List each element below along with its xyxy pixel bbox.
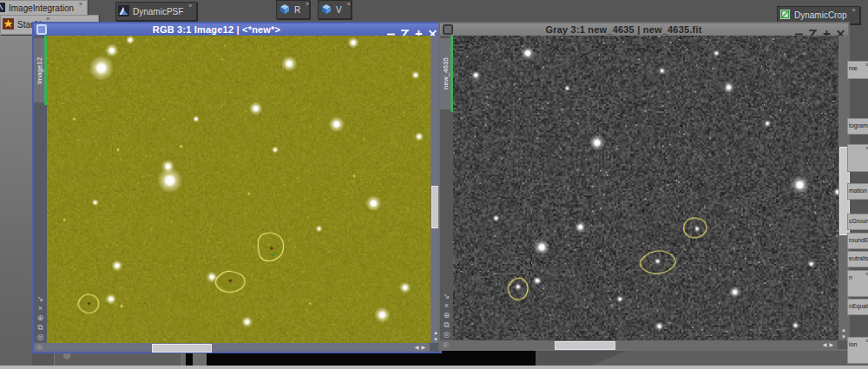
- process-tab-label: nEquali: [849, 303, 868, 309]
- fold-marker-icon[interactable]: »: [852, 8, 856, 13]
- process-icon-truncated[interactable]: »: [847, 144, 868, 172]
- imageintegration-icon: [0, 3, 5, 14]
- target-icon[interactable]: ◎: [443, 340, 449, 349]
- process-icon-histogram-truncated[interactable]: togram: [847, 118, 868, 135]
- target-icon[interactable]: ◎: [37, 333, 44, 341]
- center-view-icon[interactable]: ⊕: [444, 311, 450, 320]
- fold-marker-icon[interactable]: »: [79, 2, 82, 7]
- process-tab-label: roundE: [849, 237, 868, 243]
- image-canvas-rgb[interactable]: [47, 36, 431, 343]
- dynamiccrop-icon: [779, 9, 791, 22]
- scroll-down-icon[interactable]: ▼: [841, 333, 846, 340]
- process-tab-label: DynamicCrop: [794, 10, 847, 20]
- image-cube-icon: [320, 3, 332, 16]
- close-button[interactable]: [836, 26, 845, 34]
- process-icon-truncated[interactable]: n»: [847, 270, 868, 297]
- window-system-icon[interactable]: [443, 24, 453, 35]
- close-button[interactable]: [428, 26, 437, 34]
- zoom-button[interactable]: [414, 26, 424, 34]
- process-tab-label: cGroun: [849, 218, 868, 224]
- screen-bottom-strip: [0, 366, 868, 369]
- shade-button[interactable]: [808, 26, 818, 34]
- target-icon[interactable]: ◎: [36, 343, 43, 352]
- process-icon-truncated[interactable]: ion»: [847, 337, 868, 364]
- zoom-button[interactable]: [822, 26, 832, 34]
- image-icon-r[interactable]: R »: [276, 0, 310, 19]
- process-tab-label: R: [294, 5, 300, 15]
- fold-marker-icon[interactable]: »: [347, 2, 351, 7]
- view-tab-label: new_4635: [442, 58, 450, 90]
- window-title: RGB 3:1 Image12 | <*new*>: [47, 24, 386, 35]
- image-window-gray[interactable]: Gray 3:1 new_4635 | new_4635.fit new_463…: [438, 22, 850, 351]
- process-icon-transformation-truncated[interactable]: mation: [847, 183, 868, 200]
- view-tab-label: Image12: [36, 56, 43, 83]
- close-mask-icon[interactable]: ×: [444, 301, 449, 310]
- image-window-rgb[interactable]: RGB 3:1 Image12 | <*new*> Image12 ↘ × ⊕ …: [32, 22, 442, 353]
- window-title: Gray 3:1 new_4635 | new_4635.fit: [453, 24, 794, 35]
- process-tab-label: togram: [849, 122, 868, 128]
- horizontal-scrollbar[interactable]: ◎ ◀▶: [440, 340, 848, 349]
- image-icon-v[interactable]: V »: [318, 0, 352, 19]
- process-tab-label: n: [849, 274, 852, 280]
- process-icon-curve-truncated[interactable]: rve»: [847, 61, 868, 79]
- active-view-marker: [450, 36, 453, 112]
- image-canvas-gray[interactable]: [453, 36, 838, 340]
- staralignment-icon: [3, 18, 14, 31]
- duplicate-view-icon[interactable]: ⧉: [444, 320, 449, 329]
- image-cube-icon: [279, 3, 291, 16]
- horizontal-scrollbar[interactable]: ◎ ◀▶: [34, 343, 440, 352]
- horizontal-scrollbar-thumb[interactable]: [152, 344, 212, 353]
- scroll-right-icon[interactable]: ▶: [421, 345, 428, 350]
- process-icon-background2-truncated[interactable]: roundE: [847, 233, 868, 249]
- process-icon-neutralization-truncated[interactable]: eutralis: [847, 251, 868, 267]
- process-icon-dynamicpsf[interactable]: DynamicPSF »: [115, 2, 197, 21]
- view-tab-strip: Image12 ↘ × ⊕ ⧉ ◎: [34, 36, 47, 343]
- dynamicpsf-icon: [118, 5, 129, 18]
- titlebar[interactable]: Gray 3:1 new_4635 | new_4635.fit: [440, 23, 848, 36]
- process-icon-equalization-truncated[interactable]: nEquali: [847, 299, 868, 315]
- scroll-up-icon[interactable]: ▲: [841, 326, 846, 333]
- process-tab-label: ion: [849, 341, 857, 347]
- active-view-marker: [44, 36, 47, 105]
- close-mask-icon[interactable]: ×: [38, 304, 43, 313]
- iconize-button[interactable]: [794, 26, 804, 34]
- target-icon[interactable]: ◎: [444, 330, 450, 339]
- process-tab-label: mation: [849, 188, 867, 194]
- view-tab-image12[interactable]: Image12: [34, 38, 44, 102]
- resize-mode-icon[interactable]: ↘: [37, 294, 44, 303]
- process-tab-label: ImageIntegration: [9, 3, 74, 13]
- horizontal-scrollbar-thumb[interactable]: [555, 341, 615, 350]
- fold-marker-icon[interactable]: »: [306, 2, 309, 7]
- center-view-icon[interactable]: ⊕: [37, 313, 44, 322]
- titlebar[interactable]: RGB 3:1 Image12 | <*new*>: [34, 23, 440, 36]
- workspace-left-strip: [0, 0, 32, 369]
- process-icon-background-truncated[interactable]: cGroun: [847, 214, 868, 230]
- scroll-right-icon[interactable]: ▶: [829, 342, 836, 347]
- duplicate-view-icon[interactable]: ⧉: [37, 323, 43, 332]
- fold-marker-icon[interactable]: »: [188, 3, 192, 9]
- process-tab-label: eutralis: [849, 255, 868, 261]
- process-tab-label: V: [336, 5, 342, 15]
- resize-mode-icon[interactable]: ↘: [444, 292, 450, 300]
- view-tab-new-4635[interactable]: new_4635: [440, 38, 450, 109]
- shade-button[interactable]: [400, 26, 410, 34]
- pixinsight-workspace: ◎ ImageIntegration » StarAl » DynamicPSF…: [0, 0, 868, 369]
- iconize-button[interactable]: [386, 26, 396, 34]
- view-tab-strip: new_4635 ↘ × ⊕ ⧉ ◎: [440, 36, 453, 340]
- process-tab-label: rve: [849, 65, 858, 71]
- window-system-icon[interactable]: [36, 24, 47, 35]
- process-tab-label: DynamicPSF: [133, 7, 183, 16]
